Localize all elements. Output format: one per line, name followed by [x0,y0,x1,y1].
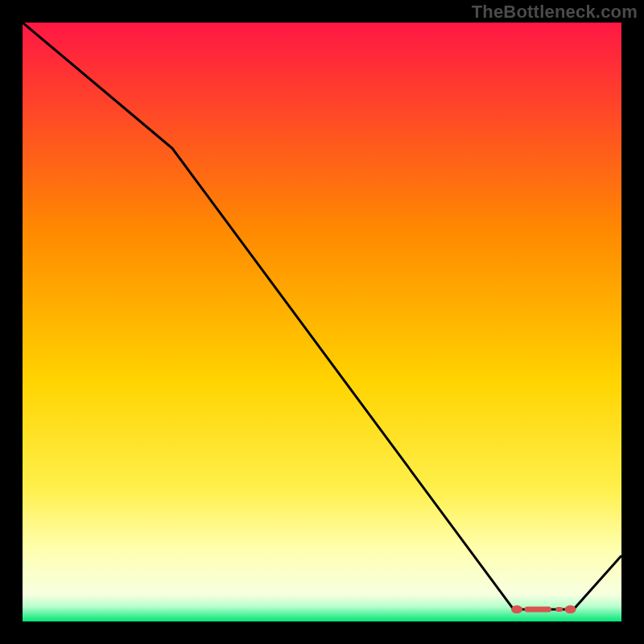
marker-dot [511,605,522,613]
marker-dash [524,607,551,613]
chart-svg [23,23,621,621]
gradient-background [23,23,621,621]
watermark-text: TheBottleneck.com [472,2,638,23]
chart-container: TheBottleneck.com [0,0,644,644]
marker-dash-small [555,607,563,612]
plot-area [23,23,621,621]
marker-dot [564,605,576,613]
